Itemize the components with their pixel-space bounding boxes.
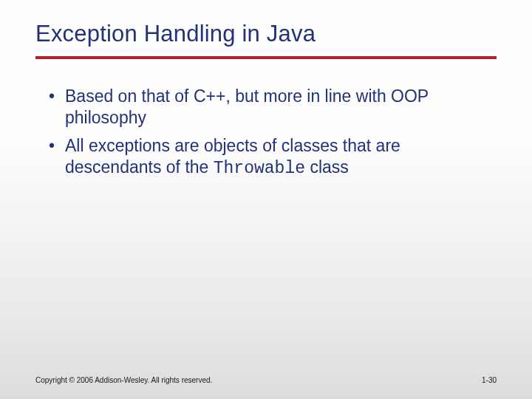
bullet-list: Based on that of C++, but more in line w… [35, 86, 497, 180]
bullet-text: Based on that of C++, but more in line w… [65, 86, 429, 127]
list-item: All exceptions are objects of classes th… [49, 135, 497, 180]
list-item: Based on that of C++, but more in line w… [49, 86, 497, 131]
footer: Copyright © 2006 Addison-Wesley. All rig… [35, 376, 497, 384]
title-rule [35, 56, 497, 59]
bullet-code: Throwable [214, 159, 305, 178]
page-number: 1-30 [482, 376, 497, 384]
copyright-text: Copyright © 2006 Addison-Wesley. All rig… [35, 376, 212, 384]
bullet-text-post: class [305, 157, 349, 177]
page-title: Exception Handling in Java [35, 21, 497, 56]
slide: Exception Handling in Java Based on that… [0, 0, 532, 399]
